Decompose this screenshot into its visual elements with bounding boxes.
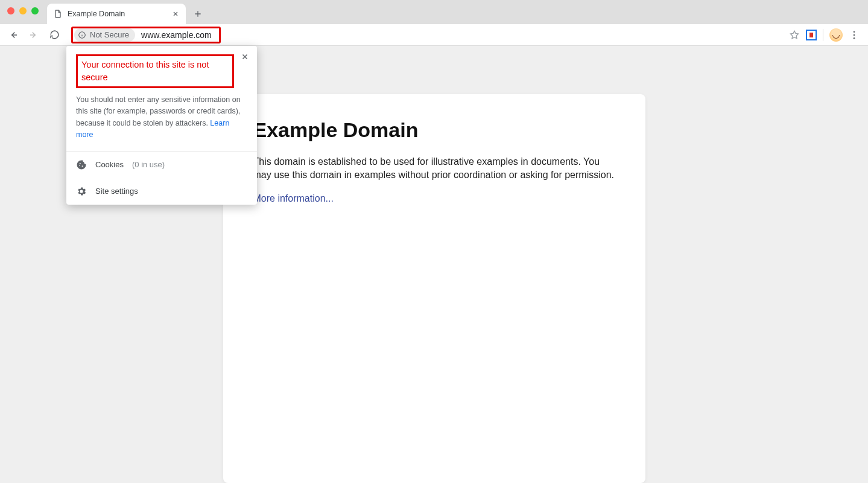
page-content-card: Example Domain This domain is establishe… bbox=[223, 94, 645, 483]
window-minimize-button[interactable] bbox=[19, 7, 27, 14]
bookmark-star-icon[interactable] bbox=[789, 30, 800, 40]
toolbar-right bbox=[789, 28, 863, 42]
gear-icon bbox=[76, 186, 87, 197]
cookies-label: Cookies bbox=[95, 160, 124, 169]
cookies-count: (0 in use) bbox=[132, 160, 165, 169]
cookies-menu-item[interactable]: Cookies (0 in use) bbox=[66, 152, 257, 178]
more-information-link[interactable]: More information... bbox=[253, 193, 334, 203]
site-settings-label: Site settings bbox=[95, 187, 138, 196]
page-icon bbox=[53, 9, 63, 19]
window-maximize-button[interactable] bbox=[31, 7, 39, 14]
window-controls bbox=[7, 7, 39, 14]
profile-avatar[interactable] bbox=[829, 28, 843, 42]
new-tab-button[interactable] bbox=[189, 5, 206, 22]
chrome-menu-button[interactable] bbox=[849, 30, 860, 40]
address-bar[interactable]: Not Secure www.example.com bbox=[71, 27, 221, 43]
popup-close-button[interactable] bbox=[239, 51, 251, 63]
security-warning-box: Your connection to this site is not secu… bbox=[76, 54, 234, 88]
svg-point-6 bbox=[79, 165, 80, 166]
svg-point-7 bbox=[82, 165, 83, 167]
security-popup-menu: Cookies (0 in use) Site settings bbox=[66, 151, 257, 205]
cookie-icon bbox=[76, 159, 87, 170]
browser-tab[interactable]: Example Domain bbox=[47, 4, 186, 24]
page-heading: Example Domain bbox=[253, 118, 615, 142]
url-text: www.example.com bbox=[138, 30, 215, 40]
site-settings-menu-item[interactable]: Site settings bbox=[66, 178, 257, 205]
toolbar-divider bbox=[823, 29, 823, 41]
svg-point-4 bbox=[854, 37, 855, 39]
security-status-label: Not Secure bbox=[90, 30, 129, 39]
svg-point-2 bbox=[854, 31, 855, 33]
back-button[interactable] bbox=[5, 27, 22, 43]
reload-button[interactable] bbox=[46, 27, 63, 43]
info-icon bbox=[78, 31, 86, 39]
tab-strip: Example Domain bbox=[0, 0, 868, 24]
svg-point-3 bbox=[854, 34, 855, 36]
forward-button[interactable] bbox=[25, 27, 42, 43]
security-warning-title: Your connection to this site is not secu… bbox=[81, 59, 229, 84]
svg-rect-1 bbox=[809, 33, 813, 37]
site-security-popup: Your connection to this site is not secu… bbox=[66, 46, 257, 205]
security-status-chip[interactable]: Not Secure bbox=[74, 28, 135, 42]
page-paragraph: This domain is established to be used fo… bbox=[253, 155, 615, 182]
toolbar: Not Secure www.example.com bbox=[0, 24, 868, 46]
security-warning-description: You should not enter any sensitive infor… bbox=[76, 94, 247, 141]
window-close-button[interactable] bbox=[7, 7, 14, 14]
tab-close-button[interactable] bbox=[171, 10, 180, 18]
tab-title: Example Domain bbox=[68, 10, 166, 18]
extension-icon[interactable] bbox=[806, 30, 817, 40]
svg-point-5 bbox=[80, 162, 81, 164]
